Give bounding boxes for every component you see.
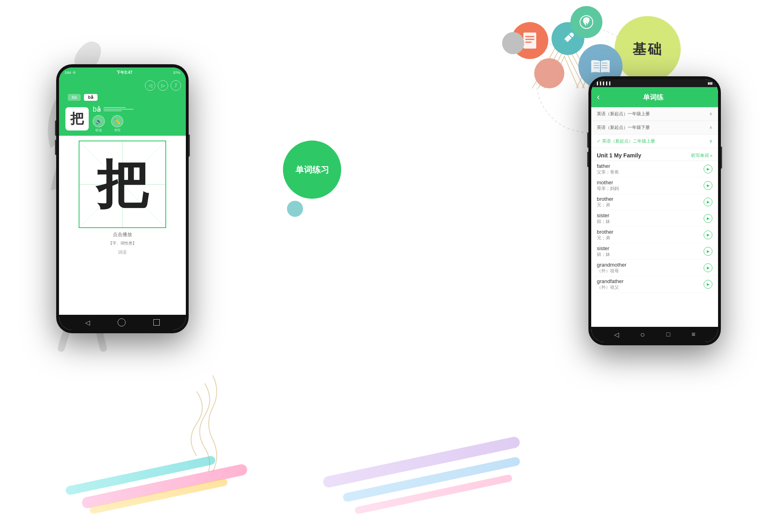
- section-3[interactable]: ✓ 英语（新起点）二年级上册 ∨: [591, 135, 718, 148]
- word-0-en: father: [597, 163, 619, 169]
- nav-back-circle[interactable]: ◁: [145, 80, 155, 91]
- word-5-zh: 姐；妹: [597, 251, 610, 257]
- svg-rect-1: [523, 33, 536, 49]
- word-1-en: mother: [597, 179, 619, 185]
- word-item-6: grandmother （外）祖母 ▶: [591, 260, 718, 276]
- bubble-gray-small: [502, 32, 524, 54]
- right-phone-title: 单词练: [602, 93, 704, 102]
- word-3-zh: 姐；妹: [597, 218, 610, 224]
- word-0-zh: 父亲；爸爸: [597, 169, 619, 175]
- right-phone: ▌▌▌▌▌ ▮▮▮ ‹ 单词练 英语（新起点）一年级上册 ∧ 英语（新起点）一年…: [588, 76, 721, 345]
- play-btn-5[interactable]: ▶: [704, 247, 712, 256]
- right-phone-nav-bar: ◁ ○ □ ≡: [591, 327, 718, 342]
- word-item-1: mother 母亲；妈妈 ▶: [591, 177, 718, 194]
- unit-title: Unit 1 My Family: [597, 152, 641, 159]
- back-button[interactable]: ‹: [597, 92, 600, 102]
- section-1-arrow: ∧: [709, 111, 712, 116]
- left-carrier: SIM 卡: [65, 70, 76, 75]
- nav-home-icon[interactable]: [118, 318, 126, 326]
- section-3-check: ✓: [597, 139, 600, 144]
- audio-write-btn[interactable]: ✏️ 书写: [111, 115, 123, 132]
- bubble-foundation: 基础: [614, 16, 681, 82]
- left-battery: 37%: [173, 71, 180, 75]
- right-nav-home[interactable]: ○: [640, 330, 645, 339]
- bubble-teal-dot: [287, 201, 303, 217]
- bubble-vocabulary: 单词练习: [283, 141, 341, 199]
- right-battery-icon: ▮▮▮: [708, 82, 712, 85]
- left-time: 下午3:47: [116, 70, 132, 75]
- right-signals: ▌▌▌▌▌: [597, 82, 612, 85]
- play-btn-0[interactable]: ▶: [704, 165, 712, 173]
- word-list: 英语（新起点）一年级上册 ∧ 英语（新起点）一年级下册 ∧ ✓ 英语（新起点）二…: [591, 107, 718, 318]
- word-6-en: grandmother: [597, 262, 627, 268]
- section-2-title: 英语（新起点）一年级下册: [597, 124, 650, 130]
- play-btn-6[interactable]: ▶: [704, 263, 712, 272]
- word-7-zh: （外）祖父: [597, 284, 624, 290]
- section-3-title: 英语（新起点）二年级上册: [602, 138, 709, 144]
- audio-listen-btn[interactable]: 🔊 听说: [93, 115, 105, 132]
- word-6-zh: （外）祖母: [597, 268, 627, 274]
- play-btn-1[interactable]: ▶: [704, 181, 712, 190]
- play-btn-7[interactable]: ▶: [704, 280, 712, 289]
- character-type-label: 【字、词性类】: [108, 241, 136, 246]
- word-4-en: brother: [597, 229, 613, 235]
- nav-recent-icon[interactable]: [153, 319, 160, 326]
- section-1[interactable]: 英语（新起点）一年级上册 ∧: [591, 107, 718, 121]
- character-practice-area: 把: [79, 141, 166, 228]
- word-1-zh: 母亲；妈妈: [597, 185, 619, 192]
- word-3-en: sister: [597, 212, 610, 218]
- bubble-peach: [534, 58, 564, 88]
- word-item-0: father 父亲；爸爸 ▶: [591, 161, 718, 177]
- character-pinyin: bǎ: [93, 105, 101, 114]
- nav-share-circle[interactable]: ⤴: [171, 80, 181, 91]
- play-btn-4[interactable]: ▶: [704, 230, 712, 239]
- pinyin-option-2[interactable]: bǎ: [84, 94, 98, 101]
- word-item-4: brother 兄；弟 ▶: [591, 227, 718, 243]
- right-nav-recent[interactable]: □: [666, 331, 670, 338]
- left-phone-nav-bar: ◁: [59, 315, 186, 330]
- word-7-en: grandfather: [597, 278, 624, 284]
- deco-curves-left: [181, 371, 229, 472]
- click-to-play-label: 点击播放: [113, 231, 132, 238]
- word-2-en: brother: [597, 196, 613, 202]
- right-phone-header: ‹ 单词练: [591, 87, 718, 107]
- pinyin-option-1[interactable]: bà: [68, 94, 81, 101]
- word-item-5: sister 姐；妹 ▶: [591, 243, 718, 260]
- character-box: 把: [65, 107, 89, 130]
- word-item-7: grandfather （外）祖父 ▶: [591, 276, 718, 293]
- nav-back-icon[interactable]: ◁: [85, 319, 90, 326]
- nav-forward-circle[interactable]: ▷: [158, 80, 168, 91]
- section-2-arrow: ∧: [709, 125, 712, 130]
- word-item-2: brother 兄；弟 ▶: [591, 194, 718, 210]
- right-nav-back[interactable]: ◁: [614, 331, 619, 338]
- play-btn-2[interactable]: ▶: [704, 198, 712, 206]
- unit-action[interactable]: 听写单词 »: [691, 153, 712, 159]
- left-phone: SIM 卡 下午3:47 37% ◁ ▷ ⤴ bà bǎ: [56, 64, 189, 333]
- section-1-title: 英语（新起点）一年级上册: [597, 111, 650, 117]
- word-5-en: sister: [597, 245, 610, 251]
- section-2[interactable]: 英语（新起点）一年级下册 ∧: [591, 121, 718, 135]
- bubble-leaf: [570, 6, 602, 38]
- nav-word-label: 词语: [118, 249, 127, 255]
- word-item-3: sister 姐；妹 ▶: [591, 210, 718, 227]
- word-4-zh: 兄；弟: [597, 235, 613, 241]
- word-2-zh: 兄；弟: [597, 202, 613, 208]
- unit-header: Unit 1 My Family 听写单词 »: [591, 148, 718, 161]
- play-btn-3[interactable]: ▶: [704, 214, 712, 223]
- section-3-arrow: ∨: [709, 139, 712, 144]
- right-nav-menu[interactable]: ≡: [692, 331, 695, 338]
